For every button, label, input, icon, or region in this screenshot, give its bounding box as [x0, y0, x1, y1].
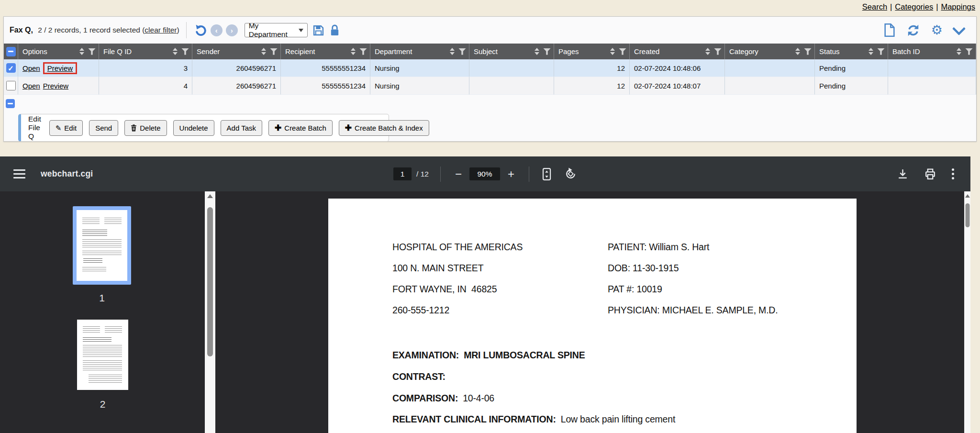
- pages-cell: 12: [554, 77, 630, 95]
- department-select[interactable]: My Department: [245, 23, 308, 37]
- plus-icon: ✚: [275, 124, 281, 132]
- recipient-cell: 55555551234: [281, 59, 370, 77]
- nav-link-categories[interactable]: Categories: [895, 2, 933, 11]
- doc-physician: PHYSICIAN: MICHAEL E. SAMPLE, M.D.: [608, 305, 778, 316]
- forward-icon[interactable]: ›: [226, 24, 238, 36]
- document-scrollbar[interactable]: [964, 191, 970, 433]
- filter-icon[interactable]: [619, 48, 626, 55]
- filter-icon[interactable]: [270, 48, 278, 55]
- thumbnail-selected-frame: [73, 206, 131, 285]
- panel-right-icons: ⚙: [884, 23, 970, 37]
- column-header-options: Options: [18, 44, 99, 59]
- sort-icon[interactable]: [351, 48, 356, 55]
- nav-link-search[interactable]: Search: [862, 2, 887, 11]
- more-menu-icon[interactable]: [952, 168, 954, 179]
- refresh-icon[interactable]: [907, 24, 920, 37]
- add-task-button[interactable]: Add Task: [221, 120, 262, 136]
- department-cell: Nursing: [370, 59, 469, 77]
- back-icon[interactable]: ‹: [211, 24, 223, 36]
- collapse-minus-icon[interactable]: [6, 99, 15, 108]
- row-checkbox-cell: [4, 77, 18, 95]
- filter-icon[interactable]: [965, 48, 973, 55]
- scroll-up-arrow[interactable]: [965, 194, 970, 198]
- sort-icon[interactable]: [173, 48, 178, 55]
- recipient-cell: 55555551234: [281, 77, 370, 95]
- chevron-down-icon[interactable]: [952, 22, 966, 35]
- undelete-button[interactable]: Undelete: [173, 120, 214, 136]
- delete-button[interactable]: Delete: [124, 120, 167, 136]
- thumbnail-page-image: [77, 320, 128, 390]
- category-cell: [725, 59, 815, 77]
- undo-icon[interactable]: [194, 24, 207, 37]
- nav-link-mappings[interactable]: Mappings: [941, 2, 975, 11]
- menu-icon[interactable]: [13, 167, 25, 181]
- status-cell: Pending: [815, 59, 888, 77]
- lock-icon[interactable]: [329, 24, 340, 36]
- scrollbar-thumb[interactable]: [207, 207, 213, 356]
- filter-icon[interactable]: [88, 48, 96, 55]
- column-header-status: Status: [815, 44, 888, 59]
- download-icon[interactable]: [897, 168, 909, 180]
- pdf-toolbar-right: [897, 156, 954, 191]
- table-header-row: Options File Q ID Sender Recipient Depar…: [4, 44, 976, 59]
- scroll-up-arrow[interactable]: [207, 194, 213, 198]
- clear-filter-link[interactable]: clear filter: [145, 26, 177, 34]
- open-link[interactable]: Open: [22, 82, 40, 90]
- filter-icon[interactable]: [543, 48, 551, 55]
- file-q-id-cell: 4: [99, 77, 192, 95]
- row-checkbox-unchecked[interactable]: [6, 81, 16, 90]
- filter-icon[interactable]: [714, 48, 722, 55]
- sender-cell: 2604596271: [192, 59, 281, 77]
- pdf-body: 1 2 HOSPITAL OF THE AMERICAS 100 N. MAIN…: [0, 191, 970, 433]
- sort-icon[interactable]: [957, 48, 962, 55]
- trash-icon: [131, 124, 137, 132]
- scrollbar-thumb[interactable]: [965, 203, 969, 227]
- column-header-pages: Pages: [554, 44, 630, 59]
- page-number-input[interactable]: 1: [393, 167, 412, 180]
- open-link[interactable]: Open: [22, 64, 40, 72]
- sort-icon[interactable]: [795, 48, 801, 55]
- preview-link[interactable]: Preview: [43, 82, 68, 90]
- sort-icon[interactable]: [261, 48, 267, 55]
- rotate-icon[interactable]: [564, 167, 577, 180]
- send-button[interactable]: Send: [89, 120, 118, 136]
- thumbnail-page-1[interactable]: 1: [73, 206, 131, 285]
- filter-icon[interactable]: [181, 48, 189, 55]
- print-icon[interactable]: [924, 168, 936, 180]
- sort-icon[interactable]: [450, 48, 455, 55]
- filter-icon[interactable]: [804, 48, 812, 55]
- edit-button[interactable]: ✎ Edit: [49, 120, 83, 136]
- doc-facility-phone: 260-555-1212: [392, 305, 449, 316]
- zoom-in-button[interactable]: +: [505, 168, 517, 180]
- doc-facility-name: HOSPITAL OF THE AMERICAS: [392, 242, 523, 253]
- thumbnail-page-number: 1: [73, 292, 131, 304]
- create-batch-index-button[interactable]: ✚ Create Batch & Index: [339, 120, 429, 136]
- new-document-icon[interactable]: [884, 23, 895, 37]
- batch-id-cell: [888, 77, 976, 95]
- sort-icon[interactable]: [869, 48, 874, 55]
- sort-icon[interactable]: [705, 48, 711, 55]
- row-checkbox-checked[interactable]: ✓: [6, 63, 16, 73]
- zoom-out-button[interactable]: −: [452, 168, 465, 180]
- doc-patient-name: PATIENT: William S. Hart: [608, 242, 709, 253]
- filter-icon[interactable]: [359, 48, 367, 55]
- sort-icon[interactable]: [79, 48, 85, 55]
- filter-icon[interactable]: [877, 48, 885, 55]
- preview-link[interactable]: Preview: [47, 64, 73, 72]
- fit-page-icon[interactable]: [541, 167, 553, 181]
- file-q-id-cell: 3: [99, 59, 192, 77]
- thumbnail-page-2[interactable]: 2: [77, 320, 128, 390]
- save-icon[interactable]: [312, 24, 324, 36]
- create-batch-button[interactable]: ✚ Create Batch: [268, 120, 333, 136]
- top-nav: Search|Categories|Mappings: [862, 2, 975, 11]
- filter-icon[interactable]: [458, 48, 466, 55]
- sort-icon[interactable]: [535, 48, 540, 55]
- page-count-label: / 12: [416, 170, 429, 178]
- sort-icon[interactable]: [610, 48, 615, 55]
- thumbnail-scrollbar[interactable]: [205, 191, 215, 433]
- doc-examination-line: EXAMINATION:MRI LUMBOSACRAL SPINE: [392, 350, 585, 361]
- column-header-subject: Subject: [469, 44, 554, 59]
- select-all-checkbox[interactable]: [6, 47, 16, 56]
- settings-gear-icon[interactable]: ⚙: [931, 24, 943, 36]
- preview-highlight-box: Preview: [43, 62, 77, 74]
